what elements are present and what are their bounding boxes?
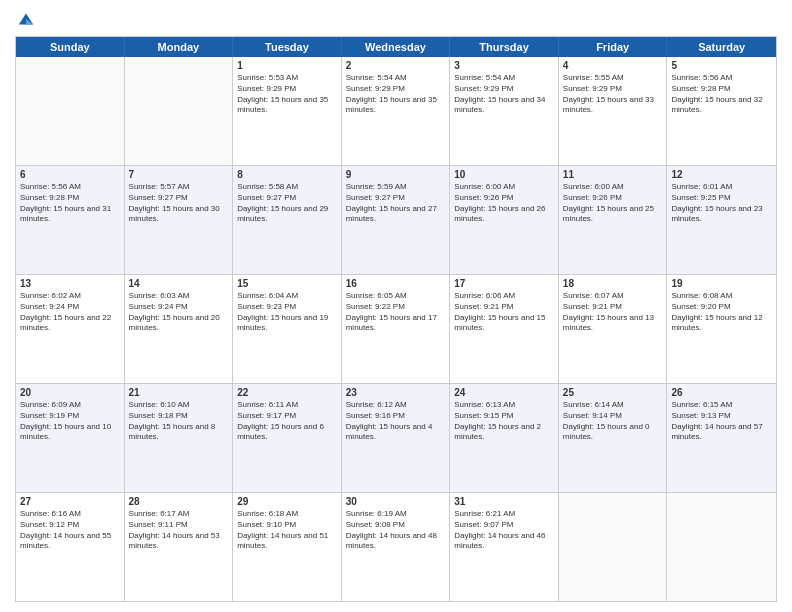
day-number: 27 [20, 496, 120, 507]
day-number: 26 [671, 387, 772, 398]
day-number: 17 [454, 278, 554, 289]
calendar-cell: 1Sunrise: 5:53 AM Sunset: 9:29 PM Daylig… [233, 57, 342, 165]
day-number: 12 [671, 169, 772, 180]
cell-sun-info: Sunrise: 5:55 AM Sunset: 9:29 PM Dayligh… [563, 73, 663, 116]
cell-sun-info: Sunrise: 6:14 AM Sunset: 9:14 PM Dayligh… [563, 400, 663, 443]
cell-sun-info: Sunrise: 6:03 AM Sunset: 9:24 PM Dayligh… [129, 291, 229, 334]
day-number: 8 [237, 169, 337, 180]
day-number: 29 [237, 496, 337, 507]
calendar-cell: 3Sunrise: 5:54 AM Sunset: 9:29 PM Daylig… [450, 57, 559, 165]
calendar-cell: 25Sunrise: 6:14 AM Sunset: 9:14 PM Dayli… [559, 384, 668, 492]
day-number: 4 [563, 60, 663, 71]
day-number: 15 [237, 278, 337, 289]
calendar-cell: 22Sunrise: 6:11 AM Sunset: 9:17 PM Dayli… [233, 384, 342, 492]
cell-sun-info: Sunrise: 6:04 AM Sunset: 9:23 PM Dayligh… [237, 291, 337, 334]
calendar-cell: 23Sunrise: 6:12 AM Sunset: 9:16 PM Dayli… [342, 384, 451, 492]
calendar-cell: 20Sunrise: 6:09 AM Sunset: 9:19 PM Dayli… [16, 384, 125, 492]
calendar-cell: 7Sunrise: 5:57 AM Sunset: 9:27 PM Daylig… [125, 166, 234, 274]
day-number: 5 [671, 60, 772, 71]
day-number: 31 [454, 496, 554, 507]
calendar-cell: 9Sunrise: 5:59 AM Sunset: 9:27 PM Daylig… [342, 166, 451, 274]
cell-sun-info: Sunrise: 5:56 AM Sunset: 9:28 PM Dayligh… [671, 73, 772, 116]
calendar-cell: 28Sunrise: 6:17 AM Sunset: 9:11 PM Dayli… [125, 493, 234, 601]
calendar-cell: 17Sunrise: 6:06 AM Sunset: 9:21 PM Dayli… [450, 275, 559, 383]
cell-sun-info: Sunrise: 6:00 AM Sunset: 9:26 PM Dayligh… [563, 182, 663, 225]
header-day-sunday: Sunday [16, 37, 125, 57]
calendar-row-4: 20Sunrise: 6:09 AM Sunset: 9:19 PM Dayli… [16, 384, 776, 493]
calendar-cell: 12Sunrise: 6:01 AM Sunset: 9:25 PM Dayli… [667, 166, 776, 274]
day-number: 13 [20, 278, 120, 289]
cell-sun-info: Sunrise: 6:00 AM Sunset: 9:26 PM Dayligh… [454, 182, 554, 225]
calendar-cell: 14Sunrise: 6:03 AM Sunset: 9:24 PM Dayli… [125, 275, 234, 383]
day-number: 25 [563, 387, 663, 398]
logo [15, 10, 35, 28]
cell-sun-info: Sunrise: 6:07 AM Sunset: 9:21 PM Dayligh… [563, 291, 663, 334]
header [15, 10, 777, 28]
calendar-cell: 8Sunrise: 5:58 AM Sunset: 9:27 PM Daylig… [233, 166, 342, 274]
calendar-cell [559, 493, 668, 601]
day-number: 30 [346, 496, 446, 507]
day-number: 19 [671, 278, 772, 289]
page: SundayMondayTuesdayWednesdayThursdayFrid… [0, 0, 792, 612]
header-day-friday: Friday [559, 37, 668, 57]
day-number: 28 [129, 496, 229, 507]
day-number: 10 [454, 169, 554, 180]
day-number: 1 [237, 60, 337, 71]
calendar-cell: 5Sunrise: 5:56 AM Sunset: 9:28 PM Daylig… [667, 57, 776, 165]
calendar-header: SundayMondayTuesdayWednesdayThursdayFrid… [16, 37, 776, 57]
cell-sun-info: Sunrise: 6:21 AM Sunset: 9:07 PM Dayligh… [454, 509, 554, 552]
cell-sun-info: Sunrise: 6:12 AM Sunset: 9:16 PM Dayligh… [346, 400, 446, 443]
cell-sun-info: Sunrise: 6:02 AM Sunset: 9:24 PM Dayligh… [20, 291, 120, 334]
day-number: 6 [20, 169, 120, 180]
cell-sun-info: Sunrise: 6:08 AM Sunset: 9:20 PM Dayligh… [671, 291, 772, 334]
calendar-cell: 21Sunrise: 6:10 AM Sunset: 9:18 PM Dayli… [125, 384, 234, 492]
cell-sun-info: Sunrise: 6:01 AM Sunset: 9:25 PM Dayligh… [671, 182, 772, 225]
cell-sun-info: Sunrise: 6:17 AM Sunset: 9:11 PM Dayligh… [129, 509, 229, 552]
logo-icon [17, 10, 35, 28]
header-day-thursday: Thursday [450, 37, 559, 57]
cell-sun-info: Sunrise: 6:16 AM Sunset: 9:12 PM Dayligh… [20, 509, 120, 552]
day-number: 9 [346, 169, 446, 180]
day-number: 3 [454, 60, 554, 71]
calendar-row-2: 6Sunrise: 5:56 AM Sunset: 9:28 PM Daylig… [16, 166, 776, 275]
cell-sun-info: Sunrise: 5:54 AM Sunset: 9:29 PM Dayligh… [346, 73, 446, 116]
cell-sun-info: Sunrise: 6:05 AM Sunset: 9:22 PM Dayligh… [346, 291, 446, 334]
calendar-cell: 2Sunrise: 5:54 AM Sunset: 9:29 PM Daylig… [342, 57, 451, 165]
day-number: 21 [129, 387, 229, 398]
calendar-cell: 13Sunrise: 6:02 AM Sunset: 9:24 PM Dayli… [16, 275, 125, 383]
day-number: 14 [129, 278, 229, 289]
day-number: 18 [563, 278, 663, 289]
day-number: 22 [237, 387, 337, 398]
calendar-cell: 18Sunrise: 6:07 AM Sunset: 9:21 PM Dayli… [559, 275, 668, 383]
calendar: SundayMondayTuesdayWednesdayThursdayFrid… [15, 36, 777, 602]
day-number: 11 [563, 169, 663, 180]
calendar-row-5: 27Sunrise: 6:16 AM Sunset: 9:12 PM Dayli… [16, 493, 776, 601]
calendar-row-1: 1Sunrise: 5:53 AM Sunset: 9:29 PM Daylig… [16, 57, 776, 166]
day-number: 23 [346, 387, 446, 398]
calendar-cell: 24Sunrise: 6:13 AM Sunset: 9:15 PM Dayli… [450, 384, 559, 492]
cell-sun-info: Sunrise: 5:53 AM Sunset: 9:29 PM Dayligh… [237, 73, 337, 116]
calendar-cell: 4Sunrise: 5:55 AM Sunset: 9:29 PM Daylig… [559, 57, 668, 165]
header-day-tuesday: Tuesday [233, 37, 342, 57]
cell-sun-info: Sunrise: 6:10 AM Sunset: 9:18 PM Dayligh… [129, 400, 229, 443]
calendar-cell: 16Sunrise: 6:05 AM Sunset: 9:22 PM Dayli… [342, 275, 451, 383]
calendar-cell: 30Sunrise: 6:19 AM Sunset: 9:08 PM Dayli… [342, 493, 451, 601]
header-day-saturday: Saturday [667, 37, 776, 57]
day-number: 20 [20, 387, 120, 398]
cell-sun-info: Sunrise: 6:06 AM Sunset: 9:21 PM Dayligh… [454, 291, 554, 334]
cell-sun-info: Sunrise: 5:59 AM Sunset: 9:27 PM Dayligh… [346, 182, 446, 225]
day-number: 2 [346, 60, 446, 71]
cell-sun-info: Sunrise: 6:13 AM Sunset: 9:15 PM Dayligh… [454, 400, 554, 443]
calendar-cell: 6Sunrise: 5:56 AM Sunset: 9:28 PM Daylig… [16, 166, 125, 274]
calendar-cell: 31Sunrise: 6:21 AM Sunset: 9:07 PM Dayli… [450, 493, 559, 601]
calendar-body: 1Sunrise: 5:53 AM Sunset: 9:29 PM Daylig… [16, 57, 776, 601]
calendar-cell: 26Sunrise: 6:15 AM Sunset: 9:13 PM Dayli… [667, 384, 776, 492]
cell-sun-info: Sunrise: 6:19 AM Sunset: 9:08 PM Dayligh… [346, 509, 446, 552]
calendar-cell: 10Sunrise: 6:00 AM Sunset: 9:26 PM Dayli… [450, 166, 559, 274]
day-number: 24 [454, 387, 554, 398]
cell-sun-info: Sunrise: 5:58 AM Sunset: 9:27 PM Dayligh… [237, 182, 337, 225]
calendar-cell [667, 493, 776, 601]
calendar-cell: 15Sunrise: 6:04 AM Sunset: 9:23 PM Dayli… [233, 275, 342, 383]
day-number: 7 [129, 169, 229, 180]
calendar-cell [125, 57, 234, 165]
